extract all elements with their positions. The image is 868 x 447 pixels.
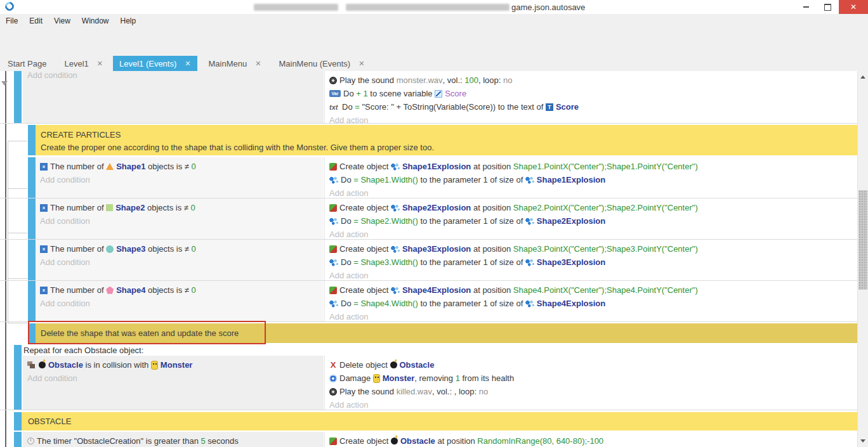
text-object-icon: T [546, 103, 553, 111]
add-condition-link[interactable]: Add condition [36, 173, 324, 186]
tab-mainmenu[interactable]: MainMenu ✕ [202, 56, 268, 71]
actions-column[interactable]: Create object Shape2Explosion at positio… [324, 198, 858, 239]
event-repeat-obstacle[interactable]: Obstacle is in collision with Monster Ad… [0, 356, 858, 410]
redacted-title-text [346, 4, 510, 11]
event-shape3[interactable]: x The number of Shape3 objects is ≠ 0 Ad… [0, 240, 858, 281]
add-condition-link[interactable]: Add condition [23, 372, 324, 385]
tab-start-page[interactable]: Start Page [1, 56, 53, 71]
menu-bar: File Edit View Window Help [0, 14, 868, 28]
action-set-size[interactable]: Do = Shape1.Width() to the parameter 1 o… [325, 173, 858, 186]
action-set-size[interactable]: Do = Shape4.Width() to the parameter 1 o… [325, 297, 858, 310]
event-shape1[interactable]: x The number of Shape1 objects is ≠ 0 Ad… [0, 157, 858, 198]
obstacle-icon [39, 361, 46, 368]
tab-close-icon[interactable]: ✕ [185, 60, 190, 68]
add-condition-link[interactable]: Add condition [36, 214, 324, 228]
actions-column[interactable]: Create object Shape4Explosion at positio… [324, 281, 858, 321]
action-play-sound[interactable]: Play the sound monster.wav, vol.: 100, l… [325, 74, 858, 87]
condition-shape1-count[interactable]: x The number of Shape1 objects is ≠ 0 [36, 160, 324, 173]
action-increment-variable[interactable]: Var Do + 1 to scene variable Score [325, 87, 858, 100]
title-bar: game.json.autosave ✕ [0, 0, 868, 15]
add-action-link[interactable]: Add action [325, 310, 858, 321]
tab-level1[interactable]: Level1 ✕ [58, 56, 109, 71]
scrollbar-thumb[interactable] [858, 190, 867, 290]
event-score[interactable]: Add condition Play the sound monster.wav… [0, 71, 858, 124]
vertical-scrollbar[interactable] [857, 71, 868, 447]
particles-icon [391, 204, 400, 212]
add-action-link[interactable]: Add action [325, 269, 858, 280]
action-damage-monster[interactable]: Damage Monster, removing 1 from its heal… [325, 372, 858, 385]
condition-shape3-count[interactable]: x The number of Shape3 objects is ≠ 0 [36, 242, 324, 256]
tab-level1-events[interactable]: Level1 (Events) ✕ [113, 56, 197, 71]
add-condition-link[interactable]: Add condition [36, 256, 324, 269]
tab-close-icon[interactable]: ✕ [97, 60, 103, 68]
scroll-up-icon[interactable] [860, 75, 865, 79]
particles-icon [329, 259, 338, 266]
conditions-column[interactable]: x The number of Shape4 objects is ≠ 0 Ad… [36, 281, 324, 321]
restore-button[interactable] [817, 0, 838, 14]
actions-column[interactable]: Create object Shape1Explosion at positio… [324, 157, 858, 198]
minimize-button[interactable] [796, 0, 816, 14]
add-action-link[interactable]: Add action [325, 113, 858, 123]
add-action-link[interactable]: Add action [325, 186, 858, 198]
event-shape2[interactable]: x The number of Shape2 objects is ≠ 0 Ad… [0, 198, 858, 240]
tab-label: Level1 [64, 59, 88, 68]
add-condition-link[interactable]: Add condition [23, 71, 324, 82]
event-shape4[interactable]: x The number of Shape4 objects is ≠ 0 Ad… [0, 281, 858, 322]
comment-create-particles[interactable]: CREATE PARTICLES Create the proper one a… [0, 125, 858, 155]
create-object-icon [329, 245, 337, 253]
tab-close-icon[interactable]: ✕ [255, 60, 261, 68]
action-create-explosion[interactable]: Create object Shape2Explosion at positio… [325, 201, 858, 214]
conditions-column[interactable]: Add condition [23, 71, 324, 123]
menu-window[interactable]: Window [76, 16, 115, 25]
conditions-column[interactable]: x The number of Shape2 objects is ≠ 0 Ad… [36, 198, 324, 239]
scroll-down-icon[interactable] [860, 439, 865, 443]
condition-shape2-count[interactable]: x The number of Shape2 objects is ≠ 0 [36, 201, 324, 214]
action-create-explosion[interactable]: Create object Shape1Explosion at positio… [325, 160, 858, 173]
menu-help[interactable]: Help [115, 16, 142, 25]
action-play-killed-sound[interactable]: Play the sound killed.wav, vol.: , loop:… [325, 385, 858, 398]
tab-close-icon[interactable]: ✕ [358, 60, 364, 68]
particles-icon [391, 245, 400, 253]
menu-file[interactable]: File [0, 16, 23, 25]
actions-column[interactable]: Create object Obstacle at position Rando… [324, 432, 858, 447]
action-set-text[interactable]: txt Do = "Score: " + ToString(Variable(S… [325, 100, 858, 113]
condition-timer[interactable]: The timer "ObstacleCreation" is greater … [23, 434, 324, 447]
action-create-explosion[interactable]: Create object Shape3Explosion at positio… [325, 242, 858, 256]
damage-icon [329, 375, 337, 382]
action-set-size[interactable]: Do = Shape3.Width() to the parameter 1 o… [325, 256, 858, 269]
comment-obstacle[interactable]: OBSTACLE [0, 412, 858, 431]
events-sheet: Add condition Play the sound monster.wav… [0, 71, 868, 447]
conditions-column[interactable]: x The number of Shape3 objects is ≠ 0 Ad… [36, 240, 324, 280]
tab-mainmenu-events[interactable]: MainMenu (Events) ✕ [272, 56, 371, 71]
shape3-icon [106, 245, 114, 253]
menu-view[interactable]: View [48, 16, 76, 25]
conditions-column[interactable]: Obstacle is in collision with Monster Ad… [23, 356, 324, 410]
action-set-size[interactable]: Do = Shape2.Width() to the parameter 1 o… [325, 214, 858, 228]
add-condition-link[interactable]: Add condition [36, 297, 324, 310]
event-color-bar [28, 198, 36, 239]
add-action-link[interactable]: Add action [325, 398, 858, 410]
action-create-obstacle[interactable]: Create object Obstacle at position Rando… [325, 434, 858, 447]
timer-icon [27, 437, 34, 444]
event-color-bar [14, 432, 22, 447]
tab-label: Level1 (Events) [119, 59, 176, 68]
repeat-event-header[interactable]: Repeat for each Obstacle object: [23, 346, 143, 355]
comment-color-bar [28, 125, 36, 155]
conditions-column[interactable]: The timer "ObstacleCreation" is greater … [23, 432, 324, 447]
event-color-bar [28, 281, 36, 321]
create-object-icon [329, 163, 337, 171]
shape2-icon [106, 204, 113, 211]
conditions-column[interactable]: x The number of Shape1 objects is ≠ 0 Ad… [36, 157, 324, 198]
actions-column[interactable]: Create object Shape3Explosion at positio… [324, 240, 858, 280]
action-delete-obstacle[interactable]: X Delete object Obstacle [325, 358, 858, 372]
condition-collision[interactable]: Obstacle is in collision with Monster [23, 358, 324, 372]
event-obstacle-timer[interactable]: The timer "ObstacleCreation" is greater … [0, 432, 858, 447]
add-action-link[interactable]: Add action [325, 228, 858, 239]
menu-edit[interactable]: Edit [23, 16, 48, 25]
event-color-bar [28, 157, 36, 198]
actions-column[interactable]: X Delete object Obstacle Damage Monster,… [324, 356, 858, 410]
actions-column[interactable]: Play the sound monster.wav, vol.: 100, l… [324, 71, 858, 123]
close-button[interactable]: ✕ [839, 0, 868, 14]
condition-shape4-count[interactable]: x The number of Shape4 objects is ≠ 0 [36, 283, 324, 297]
action-create-explosion[interactable]: Create object Shape4Explosion at positio… [325, 283, 858, 297]
